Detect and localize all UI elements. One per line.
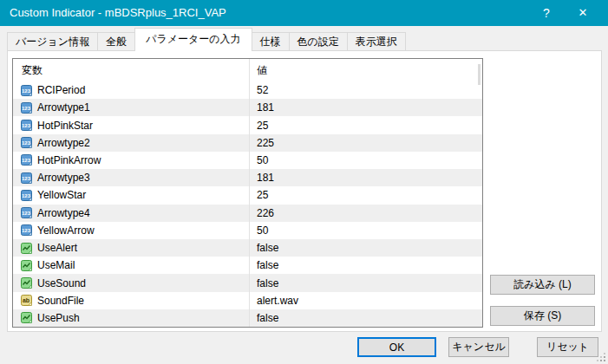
table-row[interactable]: UseAlert false	[13, 239, 482, 257]
table-row[interactable]: ab SoundFile alert.wav	[13, 292, 482, 309]
table-scrollbar-thumb[interactable]	[478, 64, 481, 85]
parameter-value[interactable]: 50	[249, 152, 482, 169]
svg-text:123: 123	[22, 176, 31, 181]
table-row[interactable]: 123 Arrowtype4 226	[13, 205, 482, 222]
parameter-value[interactable]: 225	[249, 134, 482, 152]
numeric-123-icon: 123	[21, 172, 32, 184]
table-row[interactable]: 123 RCIPeriod 52	[13, 81, 482, 99]
parameter-name: Arrowtype2	[37, 137, 90, 149]
titlebar[interactable]: Custom Indicator - mBDSRplus_1RCI_VAP ? …	[0, 0, 608, 26]
parameter-value[interactable]: false	[249, 239, 482, 257]
close-icon[interactable]: ✕	[570, 0, 596, 26]
numeric-123-icon: 123	[21, 102, 32, 114]
tab-item[interactable]: 仕様	[252, 32, 290, 50]
parameter-value[interactable]: 25	[249, 116, 482, 133]
table-row[interactable]: 123 Arrowtype3 181	[13, 169, 482, 186]
table-row[interactable]: 123 Arrowtype2 225	[13, 134, 482, 152]
parameter-name: UsePush	[37, 312, 80, 324]
parameter-name: YellowArrow	[37, 224, 95, 237]
parameter-name: HotPinkArrow	[37, 154, 101, 166]
parameter-name: Arrowtype1	[37, 101, 90, 114]
column-header-value: 値	[249, 59, 482, 81]
svg-text:123: 123	[22, 88, 31, 93]
parameter-value[interactable]: 50	[249, 222, 482, 239]
table-row[interactable]: UseSound false	[13, 274, 482, 291]
parameter-value[interactable]: alert.wav	[249, 292, 482, 309]
parameter-table-body: 123 RCIPeriod 52 123 Arrowtype1 181 123 …	[13, 81, 482, 327]
parameter-value[interactable]: false	[249, 309, 482, 327]
table-header-row: 変数 値	[13, 59, 482, 81]
tab-bar: バージョン情報全般パラメーターの入力仕様色の設定表示選択	[7, 28, 602, 50]
numeric-123-icon: 123	[21, 190, 32, 201]
string-ab-icon: ab	[21, 295, 32, 306]
parameter-value[interactable]: false	[249, 257, 482, 274]
numeric-123-icon: 123	[21, 154, 32, 166]
resize-grip-icon[interactable]	[596, 352, 605, 361]
parameter-name: UseMail	[37, 259, 75, 271]
tab-item[interactable]: バージョン情報	[7, 32, 98, 50]
parameter-value[interactable]: 181	[249, 99, 482, 116]
svg-text:123: 123	[22, 106, 31, 111]
bool-chart-icon	[21, 260, 32, 271]
parameter-name: SoundFile	[37, 295, 84, 307]
parameter-value[interactable]: 52	[249, 81, 482, 99]
parameter-value[interactable]: false	[249, 274, 482, 291]
bool-chart-icon	[21, 312, 32, 323]
svg-text:ab: ab	[23, 298, 29, 304]
parameter-name: YellowStar	[37, 189, 86, 201]
load-button[interactable]: 読み込み (L)	[490, 275, 595, 295]
table-row[interactable]: UsePush false	[13, 309, 482, 327]
svg-text:123: 123	[22, 140, 31, 146]
parameter-name: UseSound	[37, 277, 86, 289]
table-row[interactable]: 123 HotPinkStar 25	[13, 116, 482, 133]
numeric-123-icon: 123	[21, 85, 32, 96]
column-header-variable: 変数	[13, 59, 249, 81]
parameter-name: UseAlert	[37, 242, 77, 254]
numeric-123-icon: 123	[21, 224, 32, 236]
svg-text:123: 123	[22, 123, 31, 128]
svg-text:123: 123	[22, 158, 31, 163]
tab-item[interactable]: パラメーターの入力	[134, 28, 252, 51]
cancel-button[interactable]: キャンセル	[448, 337, 509, 357]
help-icon[interactable]: ?	[533, 0, 559, 26]
custom-indicator-dialog: Custom Indicator - mBDSRplus_1RCI_VAP ? …	[0, 0, 608, 364]
table-row[interactable]: 123 Arrowtype1 181	[13, 99, 482, 116]
numeric-123-icon: 123	[21, 120, 32, 131]
table-row[interactable]: 123 HotPinkArrow 50	[13, 152, 482, 169]
parameter-value[interactable]: 181	[249, 169, 482, 186]
window-title: Custom Indicator - mBDSRplus_1RCI_VAP	[10, 0, 226, 26]
save-button[interactable]: 保存 (S)	[490, 306, 595, 326]
table-row[interactable]: 123 YellowArrow 50	[13, 222, 482, 239]
numeric-123-icon: 123	[21, 137, 32, 148]
parameter-value[interactable]: 25	[249, 186, 482, 204]
parameter-name: HotPinkStar	[37, 120, 93, 132]
ok-button[interactable]: OK	[357, 337, 436, 357]
tab-item[interactable]: 全般	[97, 32, 135, 50]
svg-text:123: 123	[22, 228, 31, 233]
numeric-123-icon: 123	[21, 207, 32, 218]
bool-chart-icon	[21, 243, 32, 254]
table-row[interactable]: 123 YellowStar 25	[13, 186, 482, 204]
bool-chart-icon	[21, 277, 32, 289]
tab-item[interactable]: 色の設定	[289, 32, 348, 50]
parameter-name: Arrowtype4	[37, 207, 90, 219]
parameter-table: 変数 値 123 RCIPeriod 52 123 Arrowtype1 181…	[12, 58, 483, 328]
parameter-name: RCIPeriod	[37, 84, 85, 96]
reset-button[interactable]: リセット	[537, 337, 598, 357]
tab-item[interactable]: 表示選択	[347, 32, 406, 50]
parameter-value[interactable]: 226	[249, 205, 482, 222]
parameter-name: Arrowtype3	[37, 172, 90, 184]
svg-text:123: 123	[22, 193, 31, 198]
svg-text:123: 123	[22, 211, 31, 216]
table-row[interactable]: UseMail false	[13, 257, 482, 274]
